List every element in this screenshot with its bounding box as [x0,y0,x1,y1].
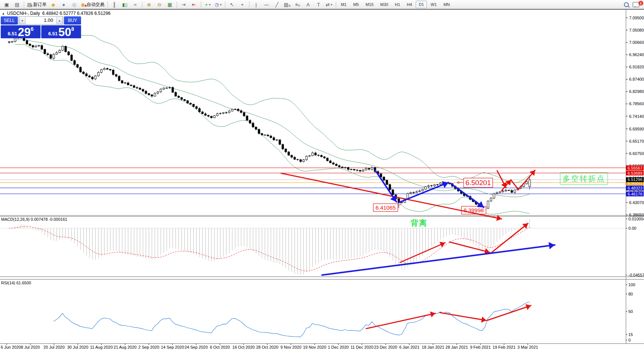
horizontal-line-icon[interactable]: — [262,0,271,9]
vertical-line-icon[interactable]: | [251,0,261,9]
collapse-trade-panel-icon[interactable]: ▲ [2,12,5,15]
text-label-icon[interactable]: T [314,0,323,9]
sell-price-tile[interactable]: 6.51 29 6 [1,25,41,38]
fibonacci-icon[interactable]: ≡F [293,0,303,9]
equidistant-channel-icon[interactable]: ▨E [283,0,292,9]
timeframe-d1-button[interactable]: D1 [416,1,427,8]
indicators-icon[interactable]: +▾ [203,0,213,9]
svg-text:11 Aug 2020: 11 Aug 2020 [90,345,113,349]
volume-value[interactable]: 1.00 [26,17,56,24]
volume-field: ▾ 1.00 ▴ [19,16,63,25]
buy-price-pip: 8 [71,26,74,32]
toolbar-separator [201,1,201,8]
zoom-in-icon[interactable]: ⊕ [144,0,154,9]
crosshair-icon[interactable]: + [238,0,247,9]
bar-chart-icon[interactable]: ║ [110,0,119,9]
new-chart-icon[interactable]: ▣ [2,0,12,9]
timeframe-m1-button[interactable]: M1 [338,1,350,8]
auto-scroll-icon[interactable]: ⇤ [189,0,199,9]
svg-text:28 Jan 2021: 28 Jan 2021 [445,345,468,349]
toolbar-items: ▣▤▤+新订单◆●◎◉自动交易║▮▯≈⊕⊖▦⇥⇤+▾◷▾↖+|—╱▨E≡FAT⇄… [1,0,624,9]
notification-badge[interactable]: 1 [638,1,643,6]
svg-text:1 Dec 2020: 1 Dec 2020 [328,345,349,349]
svg-text:6.65170: 6.65170 [629,139,644,143]
svg-text:80: 80 [628,292,633,296]
timeframe-w1-button[interactable]: W1 [428,1,440,8]
svg-text:6.78560: 6.78560 [629,101,644,106]
svg-text:0.00: 0.00 [628,226,636,230]
zoom-out-icon[interactable]: ⊖ [155,0,164,9]
svg-text:28 Oct 2020: 28 Oct 2020 [256,345,278,349]
text-icon[interactable]: A [303,0,313,9]
svg-text:6 Oct 2020: 6 Oct 2020 [210,345,230,349]
timeframe-mn-button[interactable]: MN [441,1,453,8]
market-icon[interactable]: ◆ [48,0,58,9]
timeframe-h4-button[interactable]: H4 [404,1,415,8]
turning-point-annotation[interactable]: 多空转折点 [560,172,608,185]
chart-shift-icon[interactable]: ⇥ [179,0,189,9]
timeframe-m30-button[interactable]: M30 [377,1,391,8]
toolbar: ▣▤▤+新订单◆●◎◉自动交易║▮▯≈⊕⊖▦⇥⇤+▾◷▾↖+|—╱▨E≡FAT⇄… [0,0,644,10]
svg-text:19 Nov 2020: 19 Nov 2020 [303,345,326,349]
periods-icon[interactable]: ◷▾ [213,0,223,9]
toolbar-separator [24,1,24,8]
svg-text:7.00660: 7.00660 [629,40,644,45]
svg-text:6.48323: 6.48323 [628,186,643,190]
svg-text:-0.045577: -0.045577 [628,273,644,277]
svg-text:100: 100 [628,282,635,287]
community-icon[interactable]: ● [59,0,68,9]
svg-text:18 Jan 2021: 18 Jan 2021 [422,345,444,349]
sell-button[interactable]: SELL [1,16,18,25]
new-order-icon[interactable]: ▤+新订单 [26,0,48,9]
timeframe-h1-button[interactable]: H1 [392,1,403,8]
chart-canvas[interactable]: 7.095007.050807.006606.962406.918206.874… [0,0,644,352]
chart-title-bar: ▲ USDCNH-, Daily 6.48842 6.52777 6.47826… [2,11,110,16]
svg-text:8 Jul 2020: 8 Jul 2020 [21,345,40,349]
svg-text:16 Oct 2020: 16 Oct 2020 [232,345,255,349]
volume-increase-button[interactable]: ▴ [56,17,63,24]
svg-text:6.74140: 6.74140 [629,114,644,119]
svg-text:6.55567: 6.55567 [628,166,643,170]
svg-text:6.53689: 6.53689 [628,171,643,175]
svg-text:6.50201: 6.50201 [466,179,491,187]
profiles-icon[interactable]: ▤ [12,0,22,9]
svg-text:23 Dec 2020: 23 Dec 2020 [374,345,397,349]
autotrading-icon[interactable]: ◉自动交易 [80,0,105,9]
buy-price-tile[interactable]: 6.51 50 8 [41,25,81,38]
svg-text:6.43070: 6.43070 [629,200,644,205]
toolbar-separator [249,1,249,8]
volume-decrease-button[interactable]: ▾ [19,17,26,24]
timeframe-m15-button[interactable]: M15 [363,1,376,8]
divergence-annotation[interactable]: 背离 [410,218,428,228]
svg-text:0: 0 [628,338,631,342]
tile-windows-icon[interactable]: ▦ [165,0,175,9]
toolbar-separator [107,1,108,8]
svg-text:2 Sep 2020: 2 Sep 2020 [138,345,159,349]
timeframe-m5-button[interactable]: M5 [350,1,362,8]
cursor-icon[interactable]: ↖ [227,0,237,9]
search-icon[interactable] [624,2,629,7]
arrows-icon[interactable]: ⇄▾ [324,0,334,9]
svg-text:7.05080: 7.05080 [629,28,644,32]
svg-text:6.39998: 6.39998 [464,207,484,213]
chart-background [0,0,644,352]
svg-text:11 Dec 2020: 11 Dec 2020 [351,345,374,349]
buy-price-main: 50 [58,27,71,38]
svg-text:9 Feb 2021: 9 Feb 2021 [470,345,491,349]
buy-button[interactable]: BUY [64,16,81,25]
macd-indicator-label: MACD(12,26,9) 0.007478 -0.000161 [1,217,67,222]
candlestick-chart-icon[interactable]: ▮▯ [120,0,130,9]
svg-text:30 Jul 2020: 30 Jul 2020 [67,345,88,349]
svg-text:6.91820: 6.91820 [629,65,644,69]
svg-text:6 Jan 2021: 6 Jan 2021 [399,345,419,349]
symbol-period-label: USDCNH-, Daily [7,11,40,16]
line-chart-icon[interactable]: ≈ [131,0,140,9]
svg-text:19 Feb 2021: 19 Feb 2021 [493,345,516,349]
svg-text:6.51296: 6.51296 [628,177,643,182]
trendline-icon[interactable]: ╱ [272,0,282,9]
signals-icon[interactable]: ◎ [69,0,79,9]
toolbar-separator [336,1,336,8]
svg-text:3 Mar 2021: 3 Mar 2021 [518,345,538,349]
svg-text:21 Aug 2020: 21 Aug 2020 [114,345,137,349]
rsi-indicator-label: RSI(14) 61.6500 [1,281,31,285]
